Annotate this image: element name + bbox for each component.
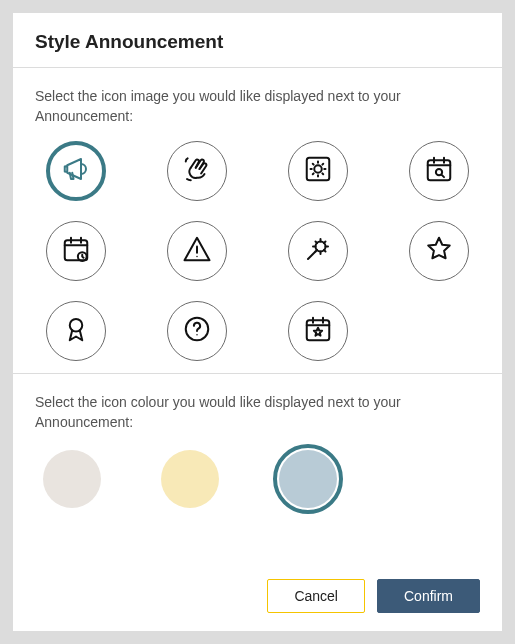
svg-point-1	[314, 165, 322, 173]
colour-section-label: Select the icon colour you would like di…	[35, 392, 480, 433]
svg-rect-11	[307, 320, 330, 340]
icon-option-calendar-star-icon[interactable]	[288, 301, 348, 361]
svg-rect-2	[427, 160, 450, 180]
icon-option-calendar-clock-icon[interactable]	[46, 221, 106, 281]
calendar-star-icon	[303, 314, 333, 347]
colour-row	[35, 450, 480, 508]
icon-grid	[35, 141, 480, 361]
section-divider	[13, 373, 502, 374]
tools-gear-icon	[303, 234, 333, 267]
icon-option-megaphone-icon[interactable]	[46, 141, 106, 201]
modal-body: Select the icon image you would like dis…	[13, 68, 502, 565]
confirm-button[interactable]: Confirm	[377, 579, 480, 613]
style-announcement-modal: Style Announcement Select the icon image…	[12, 12, 503, 632]
icon-section-label: Select the icon image you would like dis…	[35, 86, 480, 127]
icon-option-warning-icon[interactable]	[167, 221, 227, 281]
help-icon	[182, 314, 212, 347]
colour-option-colour-blue[interactable]	[279, 450, 337, 508]
svg-point-10	[196, 334, 198, 336]
icon-option-hand-wave-icon[interactable]	[167, 141, 227, 201]
hand-wave-icon	[182, 154, 212, 187]
cancel-button[interactable]: Cancel	[267, 579, 365, 613]
calendar-search-icon	[424, 154, 454, 187]
icon-option-ribbon-icon[interactable]	[46, 301, 106, 361]
ribbon-icon	[61, 314, 91, 347]
modal-header: Style Announcement	[13, 13, 502, 68]
modal-title: Style Announcement	[35, 31, 480, 53]
icon-option-calendar-search-icon[interactable]	[409, 141, 469, 201]
icon-option-system-gear-icon[interactable]	[288, 141, 348, 201]
colour-option-colour-neutral[interactable]	[43, 450, 101, 508]
calendar-clock-icon	[61, 234, 91, 267]
warning-icon	[182, 234, 212, 267]
svg-point-6	[196, 256, 198, 258]
colour-option-colour-cream[interactable]	[161, 450, 219, 508]
modal-footer: Cancel Confirm	[13, 565, 502, 631]
system-gear-icon	[303, 154, 333, 187]
megaphone-icon	[61, 154, 91, 187]
icon-option-star-icon[interactable]	[409, 221, 469, 281]
star-icon	[424, 234, 454, 267]
icon-option-help-icon[interactable]	[167, 301, 227, 361]
icon-option-tools-gear-icon[interactable]	[288, 221, 348, 281]
